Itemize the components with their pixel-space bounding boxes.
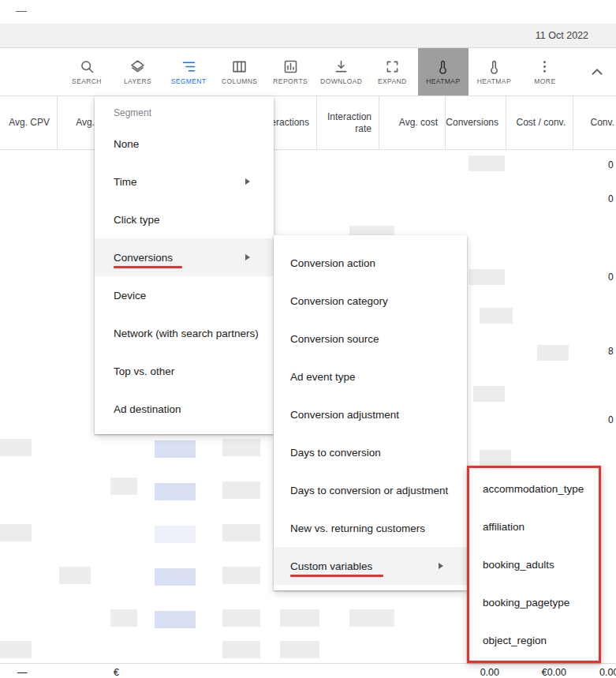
segment-menu-title: Segment [95, 101, 274, 125]
submenu-arrow-icon [439, 563, 443, 569]
menu-item-label: Ad event type [290, 371, 356, 383]
download-button[interactable]: DOWNLOAD [316, 48, 367, 96]
columns-button[interactable]: COLUMNS [215, 48, 265, 96]
download-label: DOWNLOAD [320, 77, 362, 85]
layers-label: LAYERS [124, 77, 151, 85]
menu-item-device[interactable]: Device [95, 276, 274, 314]
reports-button[interactable]: REPORTS [265, 48, 315, 96]
columns-label: COLUMNS [222, 77, 257, 85]
chevron-up-icon [588, 63, 606, 81]
menu-item-network[interactable]: Network (with search partners) [95, 314, 274, 352]
menu-item-label: Ad destination [114, 403, 181, 415]
menu-item-click-type[interactable]: Click type [95, 200, 274, 238]
menu-item-label: Days to conversion [290, 447, 381, 459]
menu-item-conversions[interactable]: Conversions [95, 238, 274, 276]
menu-item-label: Conversion adjustment [290, 409, 399, 421]
redacted-cell [469, 269, 505, 285]
menu-item-conversion-action[interactable]: Conversion action [274, 244, 467, 282]
segment-menu: Segment None Time Click type Conversions… [95, 96, 274, 434]
redacted-cell [155, 611, 196, 628]
layers-button[interactable]: LAYERS [113, 48, 163, 96]
menu-item-label: Conversion source [290, 333, 379, 345]
redacted-cell [537, 345, 569, 361]
search-label: SEARCH [72, 77, 102, 85]
search-button[interactable]: SEARCH [62, 48, 112, 96]
annotation-underline [114, 266, 182, 268]
menu-item-time[interactable]: Time [95, 163, 274, 200]
column-header-conv-rate[interactable]: Conv. rate [573, 96, 616, 149]
menu-item-object-region[interactable]: object_region [469, 621, 599, 659]
table-cell-value: 0 [608, 272, 616, 283]
submenu-arrow-icon [245, 254, 250, 260]
redacted-cell [155, 526, 196, 543]
menu-item-label: Network (with search partners) [114, 328, 259, 339]
download-icon [333, 58, 349, 75]
menu-item-label: None [114, 138, 139, 150]
redacted-cell [480, 308, 513, 324]
redacted-cell [280, 609, 319, 627]
menu-item-label: Time [114, 176, 137, 188]
menu-item-label: Conversions [114, 252, 173, 264]
column-header-interaction-rate[interactable]: Interaction rate [317, 96, 379, 149]
custom-variables-submenu: accommodation_type affiliation booking_a… [467, 466, 601, 663]
collapse-panel-button[interactable] [587, 62, 607, 83]
menu-item-none[interactable]: None [95, 125, 274, 163]
menu-item-days-to-conversion-or-adjustment[interactable]: Days to conversion or adjustment [274, 471, 467, 509]
table-cell-value: 0 [608, 414, 616, 425]
menu-item-conversion-category[interactable]: Conversion category [274, 282, 467, 320]
menu-item-affiliation[interactable]: affiliation [469, 508, 599, 545]
redacted-cell [222, 481, 260, 499]
column-header-avg-cost[interactable]: Avg. cost [379, 96, 446, 149]
menu-item-top-vs-other[interactable]: Top vs. other [95, 352, 274, 390]
layers-icon [129, 58, 146, 75]
column-header-cost-per-conv[interactable]: Cost / conv. [506, 96, 573, 149]
redacted-cell [0, 439, 32, 456]
menu-item-label: Conversion action [290, 257, 375, 269]
column-header-avg-cpv[interactable]: Avg. CPV [0, 96, 58, 149]
menu-item-ad-destination[interactable]: Ad destination [95, 390, 274, 428]
redacted-cell [155, 483, 196, 500]
date-range-label: 11 Oct 2022 [536, 30, 588, 41]
menu-item-label: Days to conversion or adjustment [290, 485, 448, 496]
reports-icon [282, 58, 299, 75]
columns-icon [231, 58, 248, 75]
menu-item-new-vs-returning-customers[interactable]: New vs. returning customers [274, 509, 467, 547]
menu-item-label: New vs. returning customers [290, 523, 425, 534]
indeterminate-checkbox[interactable]: — [16, 4, 27, 17]
total-conv-rate: 0.00 [599, 667, 616, 678]
menu-item-label: Conversion category [290, 295, 388, 307]
menu-item-booking-pagetype[interactable]: booking_pagetype [469, 583, 599, 621]
more-button[interactable]: MORE [520, 48, 570, 96]
menu-item-accommodation-type[interactable]: accommodation_type [469, 470, 599, 508]
reports-label: REPORTS [273, 77, 308, 85]
column-header-conversions[interactable]: Conversions [446, 96, 506, 149]
menu-item-days-to-conversion[interactable]: Days to conversion [274, 433, 467, 471]
redacted-cell [473, 386, 505, 402]
segment-button[interactable]: SEGMENT [163, 48, 214, 96]
expand-button[interactable]: EXPAND [367, 48, 417, 96]
menu-item-label: affiliation [483, 521, 525, 533]
menu-item-conversion-source[interactable]: Conversion source [274, 320, 467, 358]
heatmap-button[interactable]: HEATMAP [469, 48, 519, 96]
heatmap-label: HEATMAP [477, 77, 511, 85]
menu-item-label: Device [114, 290, 146, 302]
conversions-submenu: Conversion action Conversion category Co… [274, 235, 467, 590]
table-header-row: Avg. CPV Avg. CPM Interactions Interacti… [0, 96, 616, 150]
heatmap-button-active[interactable]: HEATMAP [418, 48, 469, 96]
total-value-partial: € [114, 667, 119, 678]
heatmap-icon [435, 58, 451, 75]
annotation-underline [290, 575, 383, 577]
menu-item-ad-event-type[interactable]: Ad event type [274, 358, 467, 395]
submenu-arrow-icon [245, 178, 250, 185]
top-strip: — [0, 0, 616, 24]
menu-item-booking-adults[interactable]: booking_adults [469, 545, 599, 583]
segment-label: SEGMENT [171, 77, 207, 85]
redacted-cell [280, 641, 319, 658]
menu-item-custom-variables[interactable]: Custom variables [274, 547, 467, 585]
table-totals-row: — € 0.00 €0.00 0.00 [0, 663, 616, 678]
redacted-cell [222, 439, 260, 456]
redacted-cell [469, 155, 505, 171]
redacted-cell [222, 609, 260, 627]
redacted-cell [110, 478, 137, 495]
menu-item-conversion-adjustment[interactable]: Conversion adjustment [274, 395, 467, 433]
